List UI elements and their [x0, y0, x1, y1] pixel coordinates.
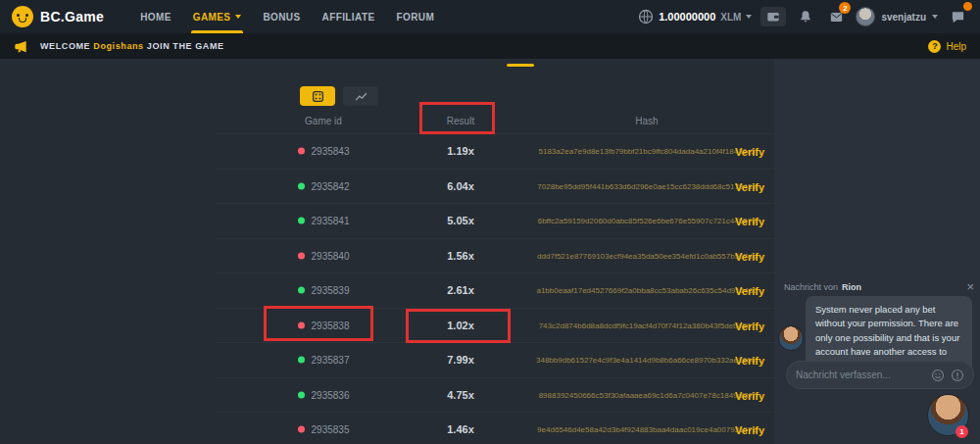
- username: svenjatzu: [881, 12, 926, 23]
- bell-icon: [799, 10, 812, 24]
- nav-item-games[interactable]: GAMES: [182, 0, 253, 33]
- table-row: 2935835 1.46x 9e4d6546d4e58a42d3b4f92488…: [216, 412, 776, 444]
- user-avatar: [856, 7, 875, 26]
- annotation-box-result-value: [406, 309, 511, 343]
- status-dot: [298, 218, 305, 224]
- sender-avatar: [778, 325, 804, 351]
- result-value: 5.05x: [402, 215, 519, 226]
- verify-link[interactable]: Verify: [735, 424, 764, 436]
- status-dot: [298, 357, 305, 364]
- balance-selector[interactable]: 1.00000000 XLM: [638, 9, 752, 25]
- trend-view-button[interactable]: [343, 86, 378, 106]
- bcgame-logo-icon: [12, 6, 33, 27]
- table-row: 2935836 4.75x 8988392450666c53f30afaaaea…: [216, 377, 776, 413]
- notifications-button[interactable]: [795, 6, 816, 27]
- help-icon: ?: [928, 40, 941, 53]
- chat-user-avatar[interactable]: 1: [927, 394, 969, 436]
- announcement-username: Dogishans: [93, 41, 143, 51]
- info-button[interactable]: [951, 369, 964, 382]
- result-value: 2.61x: [402, 284, 519, 296]
- result-value: 7.99x: [402, 354, 519, 366]
- table-header-row: Game id Result Hash: [216, 108, 776, 133]
- smiley-icon: [931, 369, 945, 382]
- trend-icon: [355, 90, 368, 103]
- status-dot: [298, 426, 305, 433]
- bets-table: Game id Result Hash 2935843 1.19x 5183a2…: [216, 108, 776, 444]
- close-icon[interactable]: ×: [964, 280, 976, 293]
- active-tab-indicator: [507, 64, 534, 67]
- exclamation-circle-icon: [951, 369, 964, 382]
- top-right-cluster: 1.00000000 XLM 2 svenjatzu: [638, 6, 980, 27]
- chat-message-header: Nachricht von Rion ×: [784, 280, 976, 293]
- chevron-down-icon: [746, 15, 752, 19]
- nav-item-affiliate[interactable]: AFFILIATE: [312, 0, 386, 33]
- verify-link[interactable]: Verify: [735, 285, 764, 297]
- chat-bubble-icon: [951, 10, 965, 25]
- status-dot: [298, 391, 305, 398]
- verify-link[interactable]: Verify: [735, 216, 764, 227]
- emoji-button[interactable]: [931, 369, 945, 382]
- table-row: 2935842 6.04x 7028be95dd95f441b633d6d296…: [216, 169, 776, 204]
- status-dot: [298, 148, 305, 155]
- game-id: 2935843: [312, 146, 350, 157]
- game-id: 2935842: [312, 180, 350, 191]
- table-body: 2935843 1.19x 5183a2ea7e9d8e13fb79bbf21b…: [216, 133, 776, 444]
- game-id: 2935835: [312, 424, 350, 435]
- status-dot: [298, 252, 305, 259]
- user-menu[interactable]: svenjatzu: [856, 7, 938, 26]
- game-id: 2935840: [312, 250, 350, 261]
- game-id: 2935841: [312, 216, 350, 226]
- announcement-bar: WELCOME Dogishans JOIN THE GAME ? Help: [0, 33, 980, 59]
- table-row: 2935839 2.61x a1bb0eaaf17ed4527669f2a0bb…: [216, 272, 776, 308]
- verify-link[interactable]: Verify: [735, 181, 764, 193]
- game-id: 2935839: [312, 285, 350, 296]
- page: BC.Game HOME GAMES BONUS AFFILIATE FORUM…: [0, 0, 980, 444]
- result-value: 1.46x: [402, 423, 519, 435]
- table-row: 2935840 1.56x ddd7f521e87769103ecf94ea35…: [216, 238, 776, 273]
- dice-view-button[interactable]: [300, 86, 335, 106]
- message-sender: Rion: [842, 282, 861, 292]
- verify-link[interactable]: Verify: [735, 146, 764, 158]
- verify-link[interactable]: Verify: [735, 355, 764, 367]
- top-navigation-bar: BC.Game HOME GAMES BONUS AFFILIATE FORUM…: [0, 0, 980, 33]
- status-dot: [298, 182, 305, 189]
- nav-item-bonus[interactable]: BONUS: [252, 0, 311, 33]
- dice-icon: [312, 90, 324, 103]
- verify-link[interactable]: Verify: [735, 321, 764, 332]
- chat-toggle-button[interactable]: [947, 6, 968, 27]
- chat-badge: [963, 2, 972, 11]
- chat-message-input[interactable]: [796, 370, 925, 380]
- result-value: 6.04x: [402, 180, 519, 192]
- bcgame-logo-text: BC.Game: [40, 9, 104, 25]
- mail-button[interactable]: 2: [825, 6, 847, 27]
- chevron-down-icon: [932, 15, 938, 19]
- megaphone-icon: [14, 39, 28, 54]
- main-nav: HOME GAMES BONUS AFFILIATE FORUM: [129, 0, 445, 33]
- result-value: 1.19x: [402, 145, 519, 157]
- help-link[interactable]: ? Help: [928, 40, 966, 53]
- wallet-icon: [766, 10, 780, 24]
- view-toggle: [300, 86, 378, 106]
- table-row: 2935837 7.99x 348bb9db61527e4c9f3e4a1414…: [216, 342, 776, 377]
- result-value: 4.75x: [402, 389, 519, 401]
- result-value: 1.56x: [402, 250, 519, 262]
- nav-item-home[interactable]: HOME: [129, 0, 182, 33]
- balance-currency: XLM: [720, 12, 741, 23]
- unread-badge: 1: [956, 425, 968, 438]
- table-row: 2935841 5.05x 6bffc2a59159d2060d0abc85f5…: [216, 203, 776, 238]
- bcgame-logo[interactable]: BC.Game: [0, 6, 104, 27]
- verify-link[interactable]: Verify: [735, 390, 764, 402]
- announcement-text: WELCOME Dogishans JOIN THE GAME: [40, 41, 224, 51]
- chevron-down-icon: [235, 15, 241, 19]
- message-from-label: Nachricht von: [784, 282, 838, 292]
- col-header-game-id: Game id: [216, 116, 431, 126]
- chat-input-container: [786, 361, 974, 389]
- mail-badge: 2: [839, 2, 851, 14]
- wallet-button[interactable]: [760, 7, 786, 26]
- annotation-box-result-header: [419, 102, 495, 134]
- verify-link[interactable]: Verify: [735, 251, 764, 263]
- game-id: 2935836: [312, 389, 350, 400]
- nav-item-forum[interactable]: FORUM: [386, 0, 446, 33]
- annotation-box-game-id: [264, 306, 373, 341]
- balance-amount: 1.00000000: [659, 11, 715, 23]
